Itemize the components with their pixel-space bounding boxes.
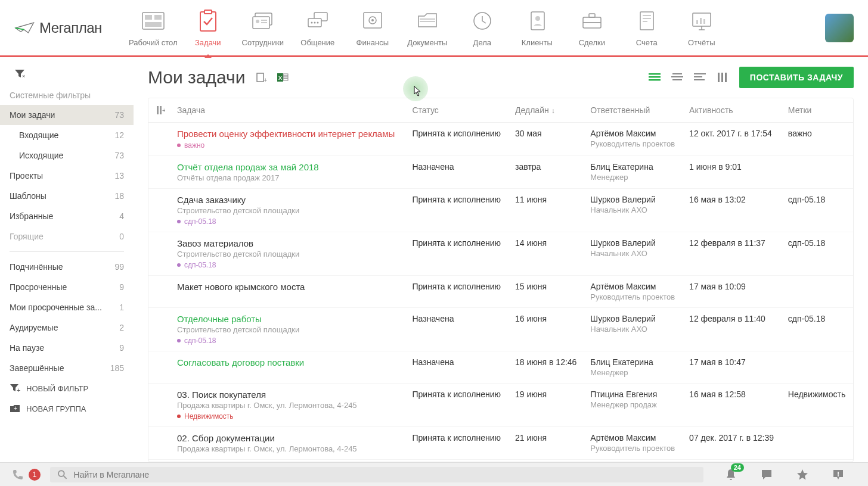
task-deadline: 15 июня <box>509 276 584 308</box>
table-row[interactable]: Отделочные работыСтроительство детской п… <box>148 308 853 351</box>
svg-rect-54 <box>694 79 705 80</box>
sidebar-item[interactable]: Горящие0 <box>0 226 134 247</box>
nav-invoices[interactable]: Счета <box>619 8 674 47</box>
search-input[interactable] <box>74 470 696 479</box>
view-columns[interactable] <box>717 73 728 82</box>
sidebar-item[interactable]: Шаблоны18 <box>0 186 134 206</box>
task-deadline: завтра <box>509 156 584 189</box>
svg-rect-52 <box>694 73 706 74</box>
svg-text:X: X <box>278 75 282 81</box>
sidebar-item[interactable]: Исходящие73 <box>0 145 134 166</box>
task-status: Назначена <box>407 351 510 384</box>
table-row[interactable]: 03. Поиск покупателяПродажа квартиры г. … <box>148 384 853 427</box>
task-activity: 12 февраля в 11:37 <box>683 232 782 276</box>
sidebar-item[interactable]: Завершённые185 <box>0 358 134 378</box>
svg-rect-44 <box>283 76 288 78</box>
svg-rect-55 <box>718 73 720 82</box>
feedback-button[interactable] <box>832 469 844 481</box>
sidebar-item[interactable]: Аудируемые2 <box>0 317 134 338</box>
filter-clear-icon[interactable]: × <box>0 67 134 86</box>
nav-affairs[interactable]: Дела <box>455 8 510 47</box>
sidebar-item-label: Шаблоны <box>10 191 46 201</box>
sidebar-separator <box>10 251 124 252</box>
table-row[interactable]: Сдача заказчикуСтроительство детской пло… <box>148 189 853 232</box>
svg-rect-26 <box>583 22 601 23</box>
table-row[interactable]: Завоз материаловСтроительство детской пл… <box>148 232 853 276</box>
task-status: Принята к исполнению <box>407 384 510 427</box>
col-labels[interactable]: Метки <box>782 98 853 123</box>
task-label: Недвижимость <box>782 384 853 427</box>
column-settings-icon[interactable]: + <box>157 106 165 114</box>
nav-documents[interactable]: Документы <box>400 8 455 47</box>
task-person-role: Руководитель проектов <box>590 139 677 148</box>
create-task-button[interactable]: ПОСТАВИТЬ ЗАДАЧУ <box>739 67 854 88</box>
new-filter-button[interactable]: + НОВЫЙ ФИЛЬТР <box>0 378 134 398</box>
task-title: 02. Сбор документации <box>177 433 401 443</box>
view-list-left[interactable] <box>694 73 706 82</box>
task-activity: 17 мая в 10:09 <box>683 276 782 308</box>
briefcase-icon <box>581 11 603 30</box>
col-activity[interactable]: Активность <box>683 98 782 123</box>
messages-button[interactable] <box>761 469 773 481</box>
svg-rect-2 <box>154 15 162 20</box>
sidebar-item[interactable]: Избранные4 <box>0 206 134 226</box>
svg-rect-59 <box>160 106 162 114</box>
nav-finance[interactable]: Финансы <box>345 8 400 47</box>
col-status[interactable]: Статус <box>407 98 510 123</box>
nav-tasks[interactable]: Задачи <box>181 8 235 47</box>
table-row[interactable]: 02. Сбор документацииПродажа квартиры г.… <box>148 427 853 460</box>
col-deadline[interactable]: Дедлайн↓ <box>509 98 584 123</box>
task-activity: 17 мая в 10:47 <box>683 351 782 384</box>
nav-reports[interactable]: Отчёты <box>674 8 729 47</box>
copy-plus-icon[interactable]: + <box>255 71 268 84</box>
svg-rect-33 <box>700 18 702 24</box>
table-row[interactable]: Согласовать договор ООО ВекторДокументац… <box>148 460 853 463</box>
task-person-role: Руководитель проектов <box>590 292 677 301</box>
phone-button[interactable]: 1 <box>12 469 41 481</box>
favorites-button[interactable] <box>796 469 808 481</box>
col-responsible[interactable]: Ответственный <box>584 98 683 123</box>
nav-desktop[interactable]: Рабочий стол <box>126 8 181 47</box>
nav-chat[interactable]: Общение <box>290 8 345 47</box>
folder-plus-icon: + <box>10 404 20 413</box>
phone-icon <box>12 469 24 481</box>
table-row[interactable]: Отчёт отдела продаж за май 2018Отчёты от… <box>148 156 853 189</box>
sidebar-item[interactable]: Мои задачи73 <box>0 105 134 125</box>
nav-employees[interactable]: Сотрудники <box>235 8 290 47</box>
logo[interactable]: Мегаплан <box>14 20 102 36</box>
view-list-compact[interactable] <box>649 73 661 82</box>
sidebar-item[interactable]: На паузе9 <box>0 338 134 358</box>
svg-rect-1 <box>145 15 152 20</box>
task-status: Назначена <box>407 308 510 351</box>
sidebar-item[interactable]: Входящие12 <box>0 125 134 145</box>
sidebar-item[interactable]: Просроченные9 <box>0 277 134 297</box>
nav-deals[interactable]: Сделки <box>565 8 619 47</box>
task-label: сдп-05.18 <box>782 232 853 276</box>
search-bar[interactable] <box>50 467 703 482</box>
task-activity: 26 апреля в 10:59 <box>683 460 782 463</box>
user-avatar[interactable] <box>825 14 854 42</box>
safe-icon <box>362 11 383 31</box>
task-title: Завоз материалов <box>177 238 401 248</box>
table-row[interactable]: Макет нового крымского мостаПринята к ис… <box>148 276 853 308</box>
bell-badge: 24 <box>731 463 744 472</box>
sidebar-item-count: 0 <box>119 232 124 241</box>
presentation-chart-icon <box>690 11 713 31</box>
task-activity: 07 дек. 2017 г. в 12:39 <box>683 427 782 460</box>
new-group-button[interactable]: + НОВАЯ ГРУППА <box>0 398 134 419</box>
sidebar-item[interactable]: Подчинённые99 <box>0 257 134 277</box>
view-list-center[interactable] <box>671 73 683 82</box>
excel-export-icon[interactable]: X <box>276 71 289 84</box>
svg-text:×: × <box>22 73 25 79</box>
sidebar-item-label: Завершённые <box>10 363 64 373</box>
sidebar-item[interactable]: Мои просроченные за...1 <box>0 297 134 317</box>
nav-clients[interactable]: Клиенты <box>510 8 565 47</box>
table-row[interactable]: Провести оценку эффективности интернет р… <box>148 123 853 156</box>
page-title: Мои задачи <box>148 67 245 88</box>
table-row[interactable]: Согласовать договор поставкиНазначена18 … <box>148 351 853 384</box>
sidebar-item[interactable]: Проекты13 <box>0 166 134 186</box>
svg-rect-25 <box>589 14 595 17</box>
col-task[interactable]: Задача <box>171 98 407 123</box>
notifications-button[interactable]: 24 <box>725 468 737 481</box>
task-tag: Недвижимость <box>177 412 234 420</box>
